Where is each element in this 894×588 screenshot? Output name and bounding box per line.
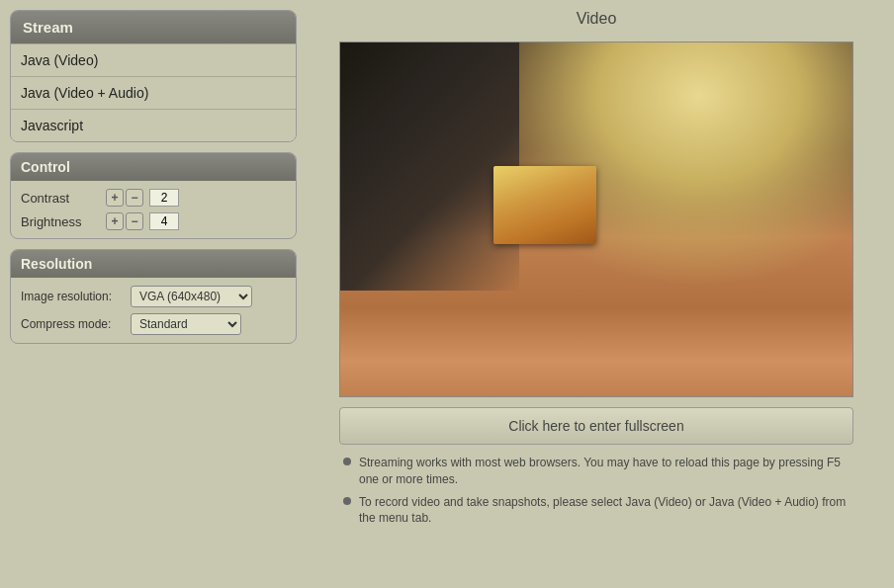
contrast-value-input[interactable] [149,189,179,207]
video-scene [340,42,852,396]
note-item-1: Streaming works with most web browsers. … [343,455,849,488]
contrast-buttons: + − [106,189,143,207]
stream-panel: Stream Java (Video) Java (Video + Audio)… [10,10,297,142]
stream-item-java-video-audio[interactable]: Java (Video + Audio) [11,76,296,109]
page-title: Video [577,10,617,28]
control-panel: Control Contrast + − Brightness + − [10,152,297,239]
contrast-decrement-button[interactable]: − [126,189,143,207]
brightness-row: Brightness + − [21,212,286,230]
fullscreen-button[interactable]: Click here to enter fullscreen [339,407,853,445]
resolution-panel: Resolution Image resolution: VGA (640x48… [10,249,297,344]
brightness-decrement-button[interactable]: − [126,212,143,230]
note-item-2: To record video and take snapshots, plea… [343,494,849,528]
note-bullet-1 [343,458,351,465]
note-text-2: To record video and take snapshots, plea… [359,494,849,528]
compress-mode-label: Compress mode: [21,317,125,331]
stream-panel-header: Stream [11,11,296,43]
sidebar: Stream Java (Video) Java (Video + Audio)… [10,10,297,527]
resolution-panel-header: Resolution [11,250,296,278]
resolution-body: Image resolution: VGA (640x480) QVGA (32… [11,278,296,343]
contrast-label: Contrast [21,191,100,206]
compress-mode-select[interactable]: Standard High Quality Low Bandwidth [131,313,241,335]
note-text-1: Streaming works with most web browsers. … [359,455,849,488]
brightness-buttons: + − [106,212,143,230]
brightness-value-input[interactable] [149,212,179,230]
control-body: Contrast + − Brightness + − [11,181,296,238]
image-resolution-label: Image resolution: [21,290,125,303]
contrast-row: Contrast + − [21,189,286,207]
note-bullet-2 [343,497,351,505]
stream-items-list: Java (Video) Java (Video + Audio) Javasc… [11,43,296,141]
control-panel-header: Control [11,153,296,181]
notes-section: Streaming works with most web browsers. … [339,455,853,527]
compress-mode-row: Compress mode: Standard High Quality Low… [21,313,286,335]
brightness-label: Brightness [21,214,100,229]
video-container [339,42,853,397]
image-resolution-select[interactable]: VGA (640x480) QVGA (320x240) SVGA (800x6… [131,286,252,307]
main-content: Video Click here to enter fullscreen Str… [309,10,884,527]
stream-item-javascript[interactable]: Javascript [11,109,296,141]
brightness-increment-button[interactable]: + [106,212,124,230]
image-resolution-row: Image resolution: VGA (640x480) QVGA (32… [21,286,286,307]
contrast-increment-button[interactable]: + [106,189,124,207]
stream-item-java-video[interactable]: Java (Video) [11,43,296,76]
